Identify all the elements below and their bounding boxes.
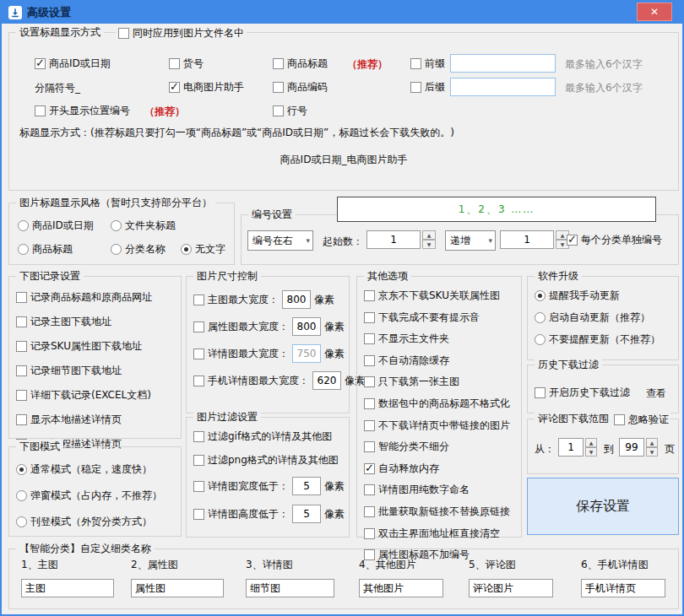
close-button[interactable]: ✕ [637,3,672,21]
checkbox[interactable] [16,316,27,327]
checkbox[interactable] [364,290,375,301]
checkbox[interactable] [169,82,180,93]
checkbox[interactable] [16,365,27,376]
spin-up-button[interactable]: ▲ [422,230,436,240]
radio[interactable] [535,312,546,323]
checkbox-row[interactable]: 详细下载记录(EXCEL文档) [16,388,177,403]
checkbox-row[interactable]: 批量获取新链接不替换原链接 [364,505,518,519]
main-image-width-input[interactable] [282,290,311,309]
spin-down-button[interactable]: ▼ [422,240,436,249]
checkbox[interactable] [16,390,27,401]
checkbox[interactable] [118,28,129,39]
checkbox[interactable] [16,414,27,425]
radio-row-auto-update[interactable]: 启动自动更新（推荐） [535,311,675,325]
checkbox[interactable] [16,292,27,303]
checkbox-row-prefix[interactable]: 前缀 [410,57,445,71]
checkbox[interactable] [193,455,204,466]
radio[interactable] [16,464,27,475]
checkbox[interactable] [364,463,375,474]
checkbox[interactable] [364,484,375,495]
checkbox-row-per-category-number[interactable]: 每个分类单独编号 [567,233,662,247]
spin-down-button[interactable]: ▼ [585,447,597,457]
checkbox[interactable] [614,414,625,425]
checkbox-row[interactable]: 数据包中的商品标题不格式化 [364,397,518,411]
checkbox-row-suffix[interactable]: 后缀 [410,80,445,95]
step-input[interactable] [500,230,554,249]
attr-image-width-input[interactable] [292,317,321,336]
checkbox-row[interactable]: 京东不下载SKU关联属性图 [364,289,518,303]
suffix-input[interactable] [450,78,556,96]
checkbox-row-filter-gif[interactable]: 过滤gif格式的详情及其他图 [193,430,345,444]
checkbox[interactable] [193,376,204,386]
checkbox[interactable] [364,420,375,431]
checkbox[interactable] [364,333,375,344]
radio[interactable] [111,220,122,231]
radio-row-listing-mode[interactable]: 刊登模式（外贸分类方式） [16,515,177,529]
checkbox[interactable] [364,441,375,452]
detail-image-width-input[interactable] [292,344,321,363]
radio[interactable] [535,334,546,345]
checkbox-row-cargo-no[interactable]: 货号 [169,57,204,71]
checkbox-row-min-height[interactable]: 详情图高度低于： 像素 [193,505,345,523]
radio[interactable] [181,244,192,255]
checkbox-row-product-id[interactable]: 商品ID或日期 [35,57,111,71]
checkbox-row-line-number[interactable]: 行号 [273,104,307,118]
checkbox-row[interactable]: 显示本地描述详情页 [16,413,177,427]
checkbox[interactable] [273,82,284,93]
checkbox[interactable] [193,481,204,492]
numbering-position-select[interactable]: 编号在右 ▾ [247,230,313,251]
checkbox-row[interactable]: 下载完成不要有提示音 [364,311,518,325]
attr-image-name-input[interactable] [131,579,224,597]
checkbox-row[interactable]: 记录SKU属性图下载地址 [16,339,177,354]
prefix-input[interactable] [450,54,556,73]
checkbox-row-detail-image-width[interactable]: 详情图最大宽度： 像素 [193,344,345,363]
mobile-detail-name-input[interactable] [581,579,665,597]
checkbox-row-main-image-width[interactable]: 主图最大宽度： 像素 [193,290,345,309]
checkbox-row[interactable]: 记录商品标题和原商品网址 [16,290,177,305]
radio[interactable] [535,290,546,301]
checkbox[interactable] [364,312,375,323]
checkbox-row[interactable]: 记录细节图下载地址 [16,364,177,378]
checkbox-row-attr-image-width[interactable]: 属性图最大宽度： 像素 [193,317,345,336]
spin-up-button[interactable]: ▲ [646,438,658,447]
checkbox[interactable] [273,105,284,116]
radio-row-product-id[interactable]: 商品ID或日期 [18,219,94,233]
radio-row-manual-update[interactable]: 提醒我手动更新 [535,289,675,303]
checkbox[interactable] [273,58,284,69]
radio-row-product-title[interactable]: 商品标题 [18,242,73,257]
checkbox-row-position-number[interactable]: 开头显示位置编号 [35,104,130,118]
from-page-input[interactable] [558,438,584,457]
checkbox-row[interactable]: 不显示主文件夹 [364,332,518,346]
min-height-input[interactable] [292,505,321,523]
checkbox[interactable] [364,528,375,539]
to-page-input[interactable] [619,438,644,457]
checkbox[interactable] [567,235,578,246]
radio[interactable] [16,516,27,527]
checkbox[interactable] [364,506,375,517]
checkbox[interactable] [169,58,180,69]
checkbox-row-auto-release-memory[interactable]: 自动释放内存 [364,462,518,476]
checkbox-row-apply-to-filename[interactable]: 同时应用到图片文件名中 [116,26,247,41]
mobile-detail-width-input[interactable] [312,371,341,390]
spin-up-button[interactable]: ▲ [585,438,597,447]
checkbox[interactable] [193,322,204,332]
main-image-name-input[interactable] [21,579,114,597]
increment-mode-select[interactable]: 递增 ▾ [445,230,496,251]
checkbox-row-assistant[interactable]: 电商图片助手 [169,80,244,95]
checkbox-row[interactable]: 记录主图下载地址 [16,315,177,329]
checkbox[interactable] [364,355,375,366]
checkbox[interactable] [35,105,46,116]
min-width-input[interactable] [292,477,321,495]
radio[interactable] [18,220,29,231]
checkbox[interactable] [364,398,375,409]
checkbox[interactable] [193,509,204,520]
checkbox-row-product-code[interactable]: 商品编码 [273,80,328,95]
checkbox-row[interactable]: 详情图用纯数字命名 [364,483,518,497]
detail-image-name-input[interactable] [246,579,334,597]
radio-row-no-text[interactable]: 无文字 [181,242,225,257]
checkbox-row-min-width[interactable]: 详情图宽度低于： 像素 [193,477,345,495]
checkbox[interactable] [16,341,27,352]
comment-image-name-input[interactable] [469,579,553,597]
checkbox-row[interactable]: 只下载第一张主图 [364,375,518,389]
spin-down-button[interactable]: ▼ [646,447,658,457]
